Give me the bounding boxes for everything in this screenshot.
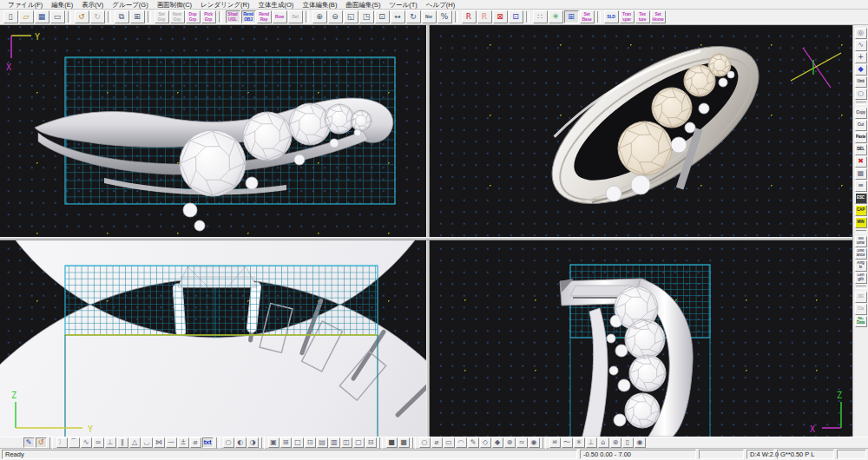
clear-button[interactable]: Cla	[855, 304, 867, 315]
undo-button[interactable]: ↺	[75, 10, 89, 23]
circle-3pt-button[interactable]: ◑	[247, 437, 259, 448]
polyline-tool-button[interactable]: 〉	[56, 437, 68, 448]
gem-solid-button[interactable]: ◆	[492, 437, 503, 448]
set-home-button[interactable]: Set Home	[651, 10, 666, 23]
min-button[interactable]: MIN	[855, 217, 867, 228]
solid-display-button[interactable]: SLD	[604, 10, 619, 23]
diameter-tool-button[interactable]: ⌀	[190, 437, 201, 448]
home-view-button[interactable]: ⌂	[598, 437, 609, 448]
group-window-button[interactable]: ⊞	[130, 10, 145, 23]
menu-solid-create[interactable]: 立体生成(O)	[254, 0, 299, 10]
viewport-top-left-side-view[interactable]: Y X	[0, 25, 426, 237]
grid-show-button[interactable]: ⊞	[564, 10, 579, 23]
dsp-group-button[interactable]: Dsp Grp	[186, 10, 201, 23]
list-button[interactable]: ≡	[855, 181, 867, 192]
shade-ugl-button[interactable]: Shad UGL	[226, 10, 240, 23]
esc-button[interactable]: ESC	[855, 193, 867, 204]
pick-group-button[interactable]: Pick Grp	[201, 10, 216, 23]
zoom-out-button[interactable]: ⊖	[328, 10, 343, 23]
length-button[interactable]: Len gth	[855, 273, 867, 284]
move-body-button[interactable]: +	[855, 52, 867, 63]
redo-button[interactable]: ↻	[90, 10, 105, 23]
panel-button[interactable]: ▯	[622, 437, 634, 448]
offset-tool-button[interactable]: ≃	[93, 437, 104, 448]
nc-data-button[interactable]: NC Data	[855, 316, 867, 327]
zoom-window-button[interactable]: ◱	[344, 10, 358, 23]
zoom-in-button[interactable]: ⊕	[312, 10, 327, 23]
jig-button[interactable]: JIG	[855, 292, 867, 303]
render-area-button[interactable]: R	[477, 10, 492, 23]
primitive-button[interactable]: ◆	[855, 64, 867, 76]
pencil2-button[interactable]: ✎	[468, 437, 479, 448]
stamp-button[interactable]: ▦	[855, 168, 867, 180]
menu-help[interactable]: ヘルプ(H)	[422, 0, 459, 10]
circle-ref-button[interactable]: ○	[855, 89, 867, 100]
group-edit-button[interactable]: ⧉	[115, 10, 129, 23]
viewport-splitter-horizontal[interactable]	[0, 237, 852, 240]
set-base-button[interactable]: Set Base	[580, 10, 595, 23]
slot-button[interactable]: ⊟	[365, 437, 377, 448]
transparency-button[interactable]: Tran spar	[620, 10, 635, 23]
volume-button[interactable]: Vol ume	[855, 236, 867, 247]
box-tool-button[interactable]: □	[293, 437, 304, 448]
menu-rendering[interactable]: レンダリング(R)	[196, 0, 253, 10]
distance-button[interactable]: Dist ance	[855, 248, 867, 260]
set-group-button[interactable]: Set Grp	[155, 10, 169, 23]
menu-view[interactable]: 表示(V)	[77, 0, 108, 10]
delete-button[interactable]: DEL	[855, 144, 867, 155]
chamfer-tool-button[interactable]: ⋈	[154, 437, 165, 448]
viewport-top-right-3d-view[interactable]	[430, 25, 852, 237]
gem-outline-button[interactable]: ◇	[480, 437, 491, 448]
trim-tool-button[interactable]: —	[166, 437, 177, 448]
grid-snap-button[interactable]: ✳	[549, 10, 563, 23]
hatch-v-button[interactable]: ▥	[329, 437, 340, 448]
zoom-fit-button[interactable]: ◳	[359, 10, 374, 23]
row-button[interactable]: Row	[273, 10, 287, 23]
menu-group[interactable]: グループ(G)	[108, 0, 152, 10]
viewport-bottom-left-front-view[interactable]: Z Y	[0, 240, 426, 437]
del-button[interactable]: Del	[288, 10, 303, 23]
fillet-tool-button[interactable]: ◡	[141, 437, 153, 448]
pen-tool-button[interactable]: ✎	[23, 437, 35, 448]
plate-button[interactable]: ▢	[353, 437, 365, 448]
viewport-splitter-vertical[interactable]	[426, 25, 430, 437]
render-obj-button[interactable]: Rend OBJ	[241, 10, 256, 23]
star-button[interactable]: ✳	[574, 437, 585, 448]
normal-view-button[interactable]: Nor	[422, 10, 437, 23]
wave-button[interactable]: ≈	[516, 437, 528, 448]
squiggle-button[interactable]: 〜	[562, 437, 573, 448]
copy-button[interactable]: Copy	[855, 108, 867, 119]
menu-tools[interactable]: ツール(T)	[385, 0, 421, 10]
menu-file[interactable]: ファイル(F)	[3, 0, 47, 10]
sphere-button[interactable]: ○	[419, 437, 431, 448]
menu-screen-control[interactable]: 画面制御(C)	[153, 0, 196, 10]
unit-button[interactable]: Unit	[855, 76, 867, 88]
cut-button[interactable]: Cut	[855, 120, 867, 131]
sweep-body-button[interactable]: ∿	[855, 40, 867, 51]
render-ray-button[interactable]: Rend Ray	[257, 10, 272, 23]
gemstones-profile[interactable]	[607, 286, 666, 428]
perpendicular-tool-button[interactable]: ⊥	[105, 437, 116, 448]
render-view-button[interactable]: ⊡	[509, 10, 523, 23]
circle-center-button[interactable]: ○	[223, 437, 234, 448]
print-button[interactable]: ▭	[50, 10, 65, 23]
menu-solid-edit[interactable]: 立体編集(B)	[298, 0, 341, 10]
erase-button[interactable]: ✖	[855, 156, 867, 168]
material-dark-button[interactable]: ■	[386, 437, 398, 448]
tee-button[interactable]: ⊥	[586, 437, 597, 448]
rotate-body-button[interactable]: ◎	[855, 28, 867, 39]
dome-button[interactable]: ◠	[456, 437, 467, 448]
center-rect-button[interactable]: ⊡	[305, 437, 316, 448]
redraw-button[interactable]: ↻	[406, 10, 421, 23]
triangle-tool-button[interactable]: △	[129, 437, 141, 448]
scale-button[interactable]: %	[437, 10, 452, 23]
render-box-button[interactable]: ⊠	[493, 10, 508, 23]
menu-edit[interactable]: 編集(E)	[47, 0, 77, 10]
pipe-button[interactable]: ⊕	[504, 437, 516, 448]
save-button[interactable]: ▦	[35, 10, 49, 23]
viewport-bottom-right-profile-view[interactable]: Z X	[430, 240, 852, 437]
rect-tool-button[interactable]: ▣	[268, 437, 279, 448]
hatch-h-button[interactable]: ▤	[317, 437, 328, 448]
paste-button[interactable]: Paste	[855, 132, 867, 143]
open-button[interactable]: ▱	[19, 10, 34, 23]
